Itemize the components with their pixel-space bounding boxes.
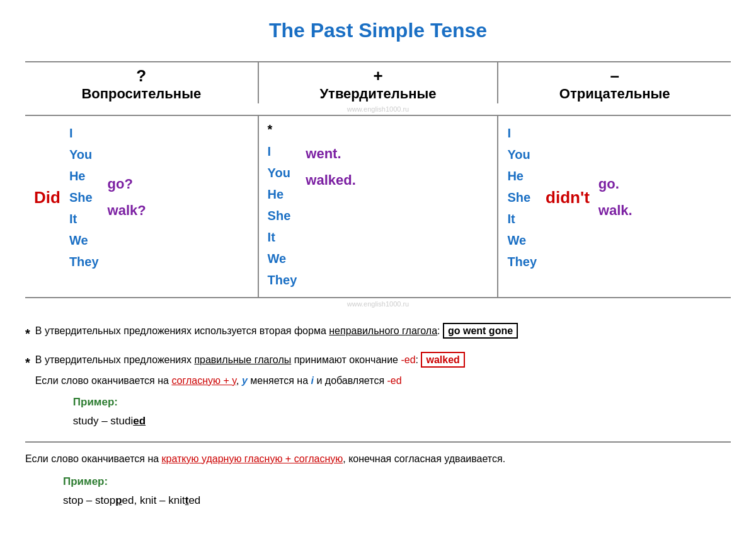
pronoun-she: She — [69, 187, 99, 208]
example-label-2: Пример: — [63, 472, 731, 492]
note-2-text: В утвердительных предложениях правильные… — [35, 351, 731, 435]
suffix-ed-1: -ed — [401, 354, 415, 365]
didnt-word: didn't — [546, 188, 590, 207]
pos-pronoun-she: She — [268, 205, 297, 226]
did-word: Did — [34, 188, 60, 207]
pos-pronoun-we: We — [268, 248, 297, 269]
underline-irregular: неправильного глагола — [329, 325, 437, 336]
pronoun-you: You — [69, 144, 99, 165]
pronoun-I: I — [69, 122, 99, 144]
pronoun-he: He — [69, 165, 99, 187]
pos-pronoun-he: He — [268, 183, 297, 205]
pronoun-they: They — [69, 251, 99, 272]
note-1: * В утвердительных предложениях использу… — [25, 322, 731, 345]
final-note: Если слово оканчивается на краткую ударн… — [25, 450, 731, 468]
i-letter: i — [311, 375, 314, 386]
doubled-p: p — [115, 494, 122, 506]
consonant-y-link: согласную + y — [171, 375, 236, 386]
example-words-2: stop – stopped, knit – knitted — [63, 491, 731, 511]
neg-pronoun-they: They — [507, 251, 537, 272]
page-title: The Past Simple Tense — [25, 19, 731, 42]
example-block-1: Пример: study – studied — [73, 393, 731, 431]
note-1-star: * — [25, 322, 30, 345]
watermark-row: www.english1000.ru — [25, 298, 731, 310]
short-vowel-link: краткую ударную гласную + согласную — [162, 453, 343, 464]
irregular-example: go went gone — [443, 323, 518, 339]
neg-verbs: go. walk. — [598, 171, 633, 224]
pos-pronouns: I You He She It We They — [268, 141, 297, 291]
y-letter: y — [242, 375, 248, 386]
example-block-2: Пример: stop – stopped, knit – knitted — [63, 472, 731, 511]
example-words-1: study – studied — [73, 412, 731, 431]
underline-regular: правильные глаголы — [194, 354, 291, 365]
pos-verbs: went. walked. — [306, 141, 355, 194]
doubled-t: t — [185, 494, 189, 506]
example-label-1: Пример: — [73, 393, 731, 412]
suffix-ed-2: -ed — [387, 375, 401, 386]
pronoun-we: We — [69, 230, 99, 251]
section-divider — [25, 441, 731, 443]
neg-pronoun-she: She — [507, 187, 537, 208]
note-2-star: * — [25, 351, 30, 374]
watermark-2: www.english1000.ru — [347, 300, 409, 308]
note-2: * В утвердительных предложениях правильн… — [25, 351, 731, 435]
pos-pronoun-it: It — [268, 226, 297, 248]
header-positive: + Утвердительные — [258, 62, 498, 103]
question-cell: Did I You He She It We They go? walk? — [25, 115, 258, 298]
neg-pronoun-you: You — [507, 144, 537, 165]
negative-cell: I You He She It We They didn't go. walk. — [498, 115, 731, 298]
ed-underlined-1: ed — [133, 415, 146, 427]
header-negative: – Отрицательные — [498, 62, 731, 103]
note-1-text: В утвердительных предложениях использует… — [35, 322, 731, 340]
pos-pronoun-they: They — [268, 269, 297, 291]
pronoun-it: It — [69, 208, 99, 230]
pos-pronoun-you: You — [268, 162, 297, 183]
positive-cell: * I You He She It We They went. walked. — [258, 115, 498, 298]
neg-pronoun-it: It — [507, 208, 537, 230]
watermark-1: www.english1000.ru — [347, 105, 409, 113]
q-pronouns: I You He She It We They — [69, 122, 99, 272]
grammar-table: ? Вопросительные + Утвердительные – Отри… — [25, 61, 731, 310]
header-question: ? Вопросительные — [25, 62, 258, 103]
neg-pronoun-we: We — [507, 230, 537, 251]
pos-pronoun-I: I — [268, 141, 297, 162]
regular-example: walked — [421, 352, 464, 368]
q-verbs: go? walk? — [108, 171, 146, 224]
main-content-row: Did I You He She It We They go? walk? — [25, 115, 731, 298]
neg-pronoun-he: He — [507, 165, 537, 187]
notes-section: * В утвердительных предложениях использу… — [25, 322, 731, 511]
neg-pronoun-I: I — [507, 122, 537, 144]
pos-star: * — [268, 122, 489, 137]
neg-pronouns: I You He She It We They — [507, 122, 537, 272]
